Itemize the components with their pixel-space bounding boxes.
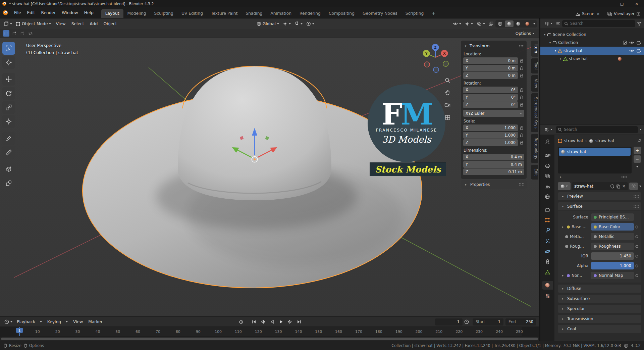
rotation-z-field[interactable]: Z0° [463,101,518,108]
outliner-row-collection[interactable]: ▾ Collection [540,39,644,47]
viewport-canvas[interactable]: Z X Y User Perspective (1) Collection | … [0,38,539,316]
slot-specials-button[interactable] [636,166,638,167]
dimension-y-field[interactable]: Y0.4 m [463,161,524,168]
panel-specular[interactable]: ▸Specular [558,305,641,313]
nav-neg-z-ball[interactable] [433,67,439,72]
current-frame-field[interactable]: 1 [435,318,463,326]
tab-object[interactable] [542,216,553,224]
scale-x-field[interactable]: X1.000 [463,124,518,131]
titlebar[interactable]: * straw-hat [C:\Users\franc\Desktop\stra… [0,0,644,7]
fake-user-shield-icon[interactable] [610,184,614,189]
npanel-tab-edit[interactable]: Edit [531,165,538,180]
tool-cursor[interactable] [2,56,15,69]
lock-icon[interactable] [519,88,524,92]
preview-panel-header[interactable]: ▸Preview [558,192,641,200]
play-reverse-button[interactable] [268,318,276,325]
menu-render[interactable]: Render [38,7,59,18]
scale-y-field[interactable]: Y1.000 [463,132,518,139]
lock-icon[interactable] [519,59,524,63]
shading-solid-button[interactable] [505,20,514,27]
tool-scale[interactable] [2,101,15,114]
panel-subsurface[interactable]: ▸Subsurface [558,295,641,303]
hide-viewport-eye-icon[interactable] [629,41,634,44]
slot-list-grip[interactable] [621,176,627,179]
scene-selector[interactable]: Scene [582,11,594,16]
decorator[interactable] [634,226,639,229]
menu-add[interactable]: Add [87,21,101,26]
viewlayer-selector[interactable]: ViewLayer [614,11,635,16]
select-mode-new-button[interactable] [3,30,9,37]
select-mode-intersect-button[interactable] [27,30,34,37]
alpha-slider[interactable]: 1.000 [591,262,634,269]
workspace-tab-texture-paint[interactable]: Texture Paint [207,9,241,18]
select-mode-subtract-button[interactable] [19,30,25,37]
pivot-point-selector[interactable] [281,21,292,27]
lock-icon[interactable] [519,126,524,130]
menu-keying[interactable]: Keying [45,319,70,324]
ior-field[interactable]: 1.450 [591,252,634,260]
add-workspace-button[interactable]: + [428,9,439,18]
jump-to-end-button[interactable] [295,318,303,325]
rotation-y-field[interactable]: Y0° [463,94,518,101]
tab-output[interactable] [542,161,553,170]
transform-orientation-selector[interactable]: Global [255,21,281,27]
mode-selector[interactable]: Object Mode [14,21,53,27]
network-status-icon[interactable] [624,344,628,348]
breadcrumb-object[interactable]: straw-hat [564,139,583,143]
new-viewlayer-button[interactable] [636,12,641,16]
tab-material[interactable] [542,281,553,290]
collection-checkbox[interactable] [623,41,627,45]
decorator[interactable] [634,255,639,258]
menu-playback[interactable]: Playback [14,319,45,324]
workspace-tab-geometry-nodes[interactable]: Geometry Nodes [359,9,401,18]
next-keyframe-button[interactable] [286,318,294,325]
overlays-toggle-button[interactable] [475,21,487,27]
outliner-row-scene-collection[interactable]: ▾ Scene Collection [540,31,644,39]
dimension-z-field[interactable]: Z0.11 m [463,168,524,175]
transform-panel-header[interactable]: ▾Transform [463,42,524,50]
tab-world[interactable] [542,192,553,201]
workspace-tab-animation[interactable]: Animation [266,9,296,18]
lock-icon[interactable] [519,103,524,107]
slot-expand-caret[interactable]: ▸ [558,175,563,179]
expand-caret[interactable]: ▸ [560,225,565,229]
workspace-tab-scripting[interactable]: Scripting [401,9,428,18]
base-color-button[interactable]: Base Color [591,223,634,231]
timeline-scrollbar[interactable] [1,338,538,340]
gizmos-toggle-button[interactable] [463,21,475,27]
menu-object[interactable]: Object [101,21,119,26]
workspace-tab-modeling[interactable]: Modeling [123,9,150,18]
tool-transform[interactable] [2,115,15,128]
shading-material-button[interactable] [514,20,523,27]
minimize-button[interactable]: ─ [600,0,614,7]
surface-shader-button[interactable]: Principled BS... [591,213,634,221]
select-mode-extend-button[interactable] [11,30,17,37]
panel-grip[interactable] [519,45,524,48]
disable-render-camera-icon[interactable] [637,49,641,53]
play-button[interactable] [277,318,285,325]
properties-options-caret[interactable] [640,129,642,130]
panel-diffuse[interactable]: ▸Diffuse [558,285,641,293]
nav-neg-x-ball[interactable] [424,62,430,67]
nodes-toggle-button[interactable] [629,183,638,190]
npanel-tab-item[interactable]: Item [531,41,538,57]
outliner-row-straw-hat-object[interactable]: ▾ straw-hat [540,47,644,55]
start-frame-field[interactable]: Start1 [473,318,503,326]
maximize-button[interactable]: □ [614,0,629,7]
end-frame-field[interactable]: End250 [505,318,536,326]
decorator[interactable] [634,274,639,277]
panel-grip[interactable] [519,183,524,186]
location-y-field[interactable]: Y0 m [463,65,518,71]
tab-modifiers[interactable] [542,226,553,235]
add-slot-button[interactable]: + [634,147,641,154]
npanel-tab-view[interactable]: View [531,75,538,92]
tool-rotate[interactable] [2,87,15,100]
tool-options-button[interactable]: Options [514,31,536,37]
editor-type-button[interactable] [2,20,14,27]
copy-material-icon[interactable] [616,184,620,189]
lock-icon[interactable] [519,66,524,70]
menu-marker[interactable]: Marker [86,319,105,324]
material-slot-list[interactable]: straw-hat [558,147,632,173]
pin-icon[interactable] [637,139,641,143]
outliner-search-input[interactable] [562,20,635,27]
